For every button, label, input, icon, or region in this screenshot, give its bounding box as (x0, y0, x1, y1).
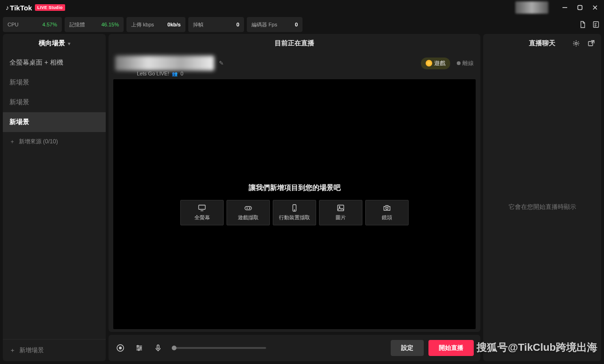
stream-profile[interactable] (115, 56, 214, 71)
source-tiles: 全螢幕 遊戲擷取 行動裝置擷取 圖片 (180, 200, 409, 225)
stats-bar: CPU 4.57% 記憶體 46.15% 上傳 kbps 0kb/s 掉幀 0 … (0, 15, 604, 34)
gear-icon[interactable] (571, 38, 581, 49)
scenes-title: 橫向場景 (39, 39, 65, 48)
chat-header: 直播聊天 (483, 34, 601, 53)
tile-camera[interactable]: 鏡頭 (365, 200, 409, 225)
stat-dropped: 掉幀 0 (188, 17, 244, 32)
gamepad-icon (244, 204, 252, 212)
svg-point-17 (119, 347, 122, 349)
add-source-label: 新增來源 (0/10) (19, 138, 58, 146)
stat-upload: 上傳 kbps 0kb/s (126, 17, 185, 32)
svg-rect-7 (245, 207, 252, 210)
preview-panel: 目前正在直播 ✎ 遊戲 離線 Lets Go L (109, 34, 480, 332)
chat-empty-text: 它會在您開始直播時顯示 (509, 203, 576, 211)
document-icon[interactable] (578, 19, 588, 30)
close-button[interactable] (592, 4, 598, 11)
stat-dropped-value: 0 (236, 22, 239, 27)
chat-panel: 直播聊天 它會在您開始直播時顯示 (483, 34, 601, 361)
stat-cpu-label: CPU (8, 22, 18, 27)
edit-icon[interactable]: ✎ (219, 60, 224, 66)
tiktok-logo: ♪ TikTok (6, 4, 32, 12)
stat-upload-label: 上傳 kbps (131, 21, 154, 28)
add-scene-button[interactable]: ＋ 新增場景 (9, 346, 99, 355)
coin-icon (426, 60, 432, 66)
scenes-header[interactable]: 橫向場景 ▾ (3, 34, 106, 53)
checklist-icon[interactable] (591, 19, 601, 30)
main-layout: 橫向場景 ▾ 全螢幕桌面 + 相機 新場景 新場景 新場景 ＋ 新增來源 (0/… (0, 34, 604, 364)
mic-icon[interactable] (153, 343, 163, 353)
svg-point-14 (339, 207, 340, 207)
game-label: 遊戲 (434, 59, 445, 67)
tile-image[interactable]: 圖片 (319, 200, 362, 225)
svg-rect-1 (578, 6, 582, 10)
maximize-button[interactable] (577, 4, 583, 11)
preview-canvas[interactable]: 讓我們新增項目到您的場景吧 全螢幕 遊戲擷取 行動裝置擷取 (113, 79, 476, 329)
svg-point-12 (294, 210, 294, 210)
plus-icon: ＋ (9, 346, 16, 355)
scene-item-0[interactable]: 全螢幕桌面 + 相機 (3, 53, 106, 73)
scene-item-3[interactable]: 新場景 (3, 112, 106, 132)
svg-point-15 (386, 207, 388, 209)
stat-memory-value: 46.15% (101, 22, 119, 27)
scenes-panel: 橫向場景 ▾ 全螢幕桌面 + 相機 新場景 新場景 新場景 ＋ 新增來源 (0/… (3, 34, 106, 361)
tile-label: 圖片 (336, 214, 346, 221)
stat-upload-value: 0kb/s (168, 22, 181, 27)
avatar[interactable] (515, 1, 548, 14)
scene-item-2[interactable]: 新場景 (3, 92, 106, 112)
chevron-down-icon: ▾ (68, 41, 70, 46)
svg-point-25 (575, 42, 577, 44)
brand-name: TikTok (10, 4, 32, 12)
note-icon: ♪ (6, 4, 9, 11)
tile-label: 遊戲擷取 (238, 214, 259, 221)
live-studio-badge: LIVE Studio (35, 4, 65, 11)
svg-point-22 (140, 347, 142, 349)
plus-icon: ＋ (9, 138, 15, 146)
brand: ♪ TikTok LIVE Studio (6, 4, 65, 12)
camera-icon (383, 204, 391, 212)
scene-item-1[interactable]: 新場景 (3, 73, 106, 92)
tile-label: 行動裝置擷取 (279, 214, 310, 221)
tile-mobile[interactable]: 行動裝置擷取 (273, 200, 316, 225)
chat-empty-state: 它會在您開始直播時顯示 (483, 53, 601, 361)
tile-game[interactable]: 遊戲擷取 (226, 200, 270, 225)
volume-slider[interactable] (172, 347, 266, 349)
game-pill[interactable]: 遊戲 (421, 58, 450, 69)
svg-point-23 (138, 349, 140, 351)
minimize-button[interactable] (562, 4, 568, 11)
stat-memory-label: 記憶體 (69, 21, 85, 28)
preview-header: 目前正在直播 (109, 34, 480, 53)
record-icon[interactable] (115, 343, 126, 353)
svg-rect-13 (338, 205, 344, 211)
chat-title: 直播聊天 (529, 39, 555, 48)
add-source-button[interactable]: ＋ 新增來源 (0/10) (3, 132, 106, 151)
offline-dot-icon (457, 61, 461, 65)
tile-label: 鏡頭 (382, 214, 392, 221)
tile-fullscreen[interactable]: 全螢幕 (180, 200, 224, 225)
empty-scene-title: 讓我們新增項目到您的場景吧 (249, 183, 341, 192)
offline-label: 離線 (462, 59, 474, 67)
sliders-icon[interactable] (134, 343, 144, 353)
stat-memory: 記憶體 46.15% (65, 17, 124, 32)
tile-label: 全螢幕 (194, 214, 210, 221)
stream-subtitle: Lets Go LIVE! (137, 71, 169, 76)
image-icon (336, 204, 345, 212)
stat-cpu: CPU 4.57% (3, 17, 62, 32)
scene-list: 全螢幕桌面 + 相機 新場景 新場景 新場景 (3, 53, 106, 132)
monitor-icon (198, 204, 206, 212)
add-scene-label: 新增場景 (19, 346, 44, 355)
settings-button[interactable]: 設定 (391, 340, 424, 356)
titlebar: ♪ TikTok LIVE Studio (0, 0, 604, 15)
svg-rect-26 (588, 41, 593, 46)
stat-dropped-label: 掉幀 (193, 21, 203, 28)
window-controls (515, 1, 598, 14)
start-live-button[interactable]: 開始直播 (428, 340, 474, 356)
svg-point-10 (249, 208, 250, 209)
stat-encoder-label: 編碼器 Fps (252, 21, 277, 28)
svg-point-21 (137, 346, 139, 347)
viewers-icon: 👥 (172, 71, 177, 76)
popout-icon[interactable] (586, 38, 596, 49)
mobile-icon (290, 204, 299, 212)
svg-rect-4 (594, 22, 599, 27)
viewers-count: 0 (180, 71, 183, 76)
stream-subtitle-row: Lets Go LIVE! 👥 0 (137, 71, 474, 76)
